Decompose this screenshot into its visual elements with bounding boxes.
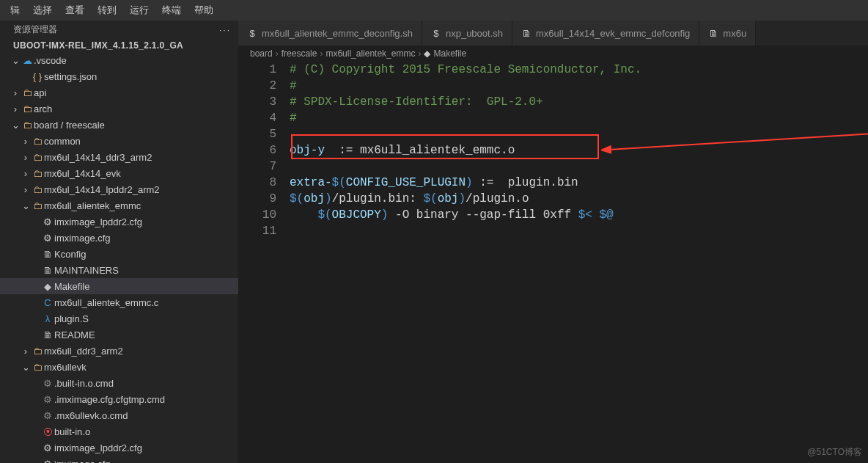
menu-item[interactable]: 帮助 (188, 2, 219, 18)
tree-row[interactable]: ◆Makefile (0, 278, 238, 294)
main-area: 资源管理器 ··· UBOOT-IMX-REL_IMX_4.1.15_2.1.0… (0, 21, 868, 463)
chevron-right-icon[interactable]: › (21, 136, 31, 147)
code-token: ) (381, 208, 389, 222)
tree-row[interactable]: ⚙imximage_lpddr2.cfg (0, 214, 238, 230)
file-tree[interactable]: ⌄☁.vscode{ }settings.json›🗀api›🗀arch⌄🗀bo… (0, 52, 238, 463)
tree-row[interactable]: ›🗀api (0, 84, 238, 101)
code-token: := plugin.bin (473, 176, 578, 189)
code-token: $( (317, 208, 331, 222)
editor-tab[interactable]: $nxp_uboot.sh (422, 21, 512, 45)
tree-row[interactable]: ⚙imximage_lpddr2.cfg (0, 440, 238, 456)
code-line[interactable] (290, 126, 868, 142)
code-line[interactable]: $(obj)/plugin.bin: $(obj)/plugin.o (290, 191, 868, 207)
tree-row[interactable]: ›🗀arch (0, 101, 238, 117)
tree-row[interactable]: ›🗀common (0, 133, 238, 149)
code-token: obj (304, 192, 325, 205)
tree-row[interactable]: ›🗀mx6ul_14x14_ddr3_arm2 (0, 149, 238, 165)
menu-item[interactable]: 辑 (4, 2, 26, 18)
code-line[interactable]: obj-y := mx6ull_alientek_emmc.o (290, 142, 868, 158)
code-line[interactable]: # SPDX-License-Identifier: GPL-2.0+ (290, 94, 868, 110)
chevron-right-icon[interactable]: › (21, 346, 31, 357)
code-line[interactable] (290, 223, 868, 239)
chevron-down-icon[interactable]: ⌄ (10, 55, 21, 66)
code-line[interactable] (290, 158, 868, 175)
tree-row[interactable]: ⚙.mx6ullevk.o.cmd (0, 407, 238, 423)
menu-item[interactable]: 终端 (156, 2, 187, 18)
tree-label: imximage_lpddr2.cfg (54, 442, 142, 453)
C-icon: C (41, 297, 54, 308)
code-token: OBJCOPY (332, 208, 381, 222)
tree-row[interactable]: Cmx6ull_alientek_emmc.c (0, 294, 238, 310)
chevron-down-icon[interactable]: ⌄ (21, 200, 31, 211)
folder-icon: 🗀 (21, 120, 34, 131)
breadcrumb-item[interactable]: mx6ull_alientek_emmc (326, 48, 415, 59)
file-icon: 🗎 (708, 28, 718, 39)
breadcrumbs[interactable]: board›freescale›mx6ull_alientek_emmc›◆ M… (238, 45, 868, 62)
tree-row[interactable]: ⚙imximage.cfg (0, 230, 238, 246)
code-token: mx6ull_alientek_emmc.o (360, 144, 515, 157)
tree-row[interactable]: 🗎MAINTAINERS (0, 262, 238, 278)
tree-row[interactable]: ⚙.built-in.o.cmd (0, 375, 238, 391)
tree-row[interactable]: ⦿built-in.o (0, 423, 238, 440)
project-name[interactable]: UBOOT-IMX-REL_IMX_4.1.15_2.1.0_GA (0, 39, 238, 52)
explorer-more-icon[interactable]: ··· (219, 25, 231, 35)
menu-item[interactable]: 运行 (124, 2, 155, 18)
editor-tab[interactable]: 🗎mx6ull_14x14_evk_emmc_defconfig (512, 21, 699, 45)
tree-row[interactable]: ⌄☁.vscode (0, 52, 238, 68)
code-editor[interactable]: 1234567891011 # (C) Copyright 2015 Frees… (238, 62, 868, 463)
sh-icon: $ (431, 28, 441, 39)
chevron-right-icon[interactable]: › (21, 168, 31, 179)
code-line[interactable]: # (290, 78, 868, 94)
line-number: 2 (238, 78, 276, 94)
editor-tab[interactable]: $mx6ull_alientek_emmc_deconfig.sh (238, 21, 422, 45)
code-line[interactable]: # (290, 110, 868, 126)
tab-label: mx6ull_14x14_evk_emmc_defconfig (536, 28, 690, 39)
editor-area: $mx6ull_alientek_emmc_deconfig.sh$nxp_ub… (238, 21, 868, 463)
line-number: 7 (238, 158, 276, 175)
tree-row[interactable]: { }settings.json (0, 68, 238, 84)
breadcrumb-item[interactable]: Makefile (433, 48, 466, 59)
chevron-right-icon[interactable]: › (21, 184, 31, 195)
tree-row[interactable]: ⌄🗀mx6ullevk (0, 359, 238, 375)
explorer-sidebar: 资源管理器 ··· UBOOT-IMX-REL_IMX_4.1.15_2.1.0… (0, 21, 238, 463)
tree-row[interactable]: ›🗀mx6ul_14x14_evk (0, 165, 238, 181)
tree-row[interactable]: ⌄🗀board / freescale (0, 117, 238, 133)
gear-icon: ⚙ (41, 459, 54, 464)
line-number: 3 (238, 94, 276, 110)
code-token (592, 208, 600, 222)
code-token: extra- (290, 176, 332, 189)
tree-row[interactable]: ⚙imximage.cfg (0, 456, 238, 463)
tree-row[interactable]: λplugin.S (0, 310, 238, 327)
tree-label: api (34, 87, 46, 98)
menu-item[interactable]: 查看 (59, 2, 90, 18)
editor-tab[interactable]: 🗎mx6u (699, 21, 756, 45)
tree-row[interactable]: ⚙.imximage.cfg.cfgtmp.cmd (0, 391, 238, 407)
chevron-right-icon[interactable]: › (10, 103, 21, 114)
tree-label: mx6ul_14x14_lpddr2_arm2 (44, 184, 160, 195)
gear-icon: ⚙ (41, 216, 54, 227)
tree-row[interactable]: ›🗀mx6ull_ddr3_arm2 (0, 343, 238, 359)
tab-label: mx6u (723, 28, 746, 39)
code-line[interactable]: extra-$(CONFIG_USE_PLUGIN) := plugin.bin (290, 175, 868, 191)
tree-row[interactable]: ›🗀mx6ul_14x14_lpddr2_arm2 (0, 181, 238, 197)
tree-row[interactable]: ⌄🗀mx6ull_alientek_emmc (0, 197, 238, 214)
code-token: obj (438, 192, 459, 205)
file-icon: 🗎 (521, 28, 532, 39)
code-line[interactable]: # (C) Copyright 2015 Freescale Semicondu… (290, 62, 868, 78)
code-lines[interactable]: # (C) Copyright 2015 Freescale Semicondu… (290, 62, 868, 463)
chevron-right-icon[interactable]: › (10, 87, 21, 98)
menu-item[interactable]: 选择 (27, 2, 58, 18)
menu-item[interactable]: 转到 (92, 2, 122, 18)
tree-row[interactable]: 🗎README (0, 327, 238, 343)
breadcrumb-item[interactable]: freescale (282, 48, 317, 59)
tree-row[interactable]: 🗎Kconfig (0, 246, 238, 262)
chevron-right-icon[interactable]: › (21, 152, 31, 163)
tree-label: Makefile (54, 281, 89, 292)
code-line[interactable]: $(OBJCOPY) -O binary --gap-fill 0xff $< … (290, 207, 868, 223)
code-token: $( (332, 176, 346, 189)
breadcrumb-item[interactable]: board (250, 48, 273, 59)
chevron-down-icon[interactable]: ⌄ (10, 120, 21, 131)
chevron-down-icon[interactable]: ⌄ (21, 362, 31, 373)
tree-label: plugin.S (54, 313, 89, 324)
line-number: 1 (238, 62, 276, 78)
